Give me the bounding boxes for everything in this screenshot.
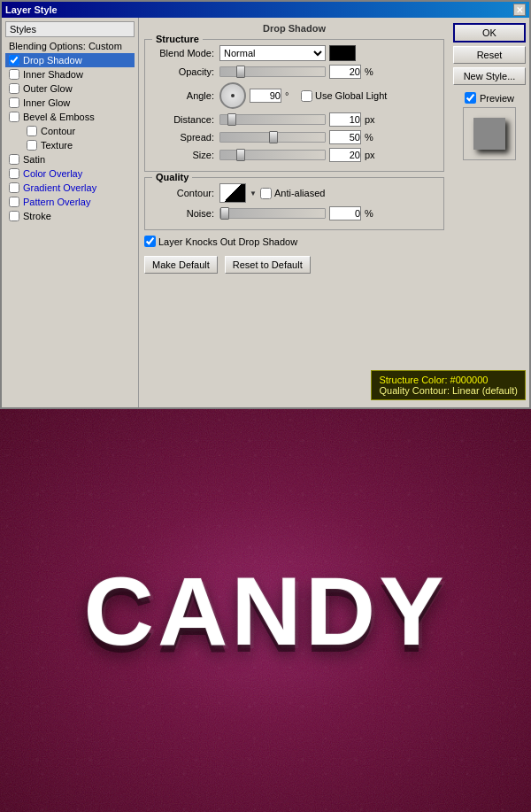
satin-item[interactable]: Satin [5,152,135,166]
layer-style-dialog: Layer Style ✕ Styles Blending Options: C… [0,0,531,409]
size-label: Size: [152,150,214,160]
bevel-emboss-item[interactable]: Bevel & Emboss [5,110,135,124]
quality-label: Quality [152,172,192,182]
drop-shadow-checkbox[interactable] [9,55,19,66]
angle-degree-symbol: ° [285,90,297,101]
outer-glow-checkbox[interactable] [9,83,19,94]
distance-label: Distance: [152,114,214,125]
panel-title: Drop Shadow [144,23,444,34]
spread-label: Spread: [152,132,214,143]
contour-row: Contour: ▼ Anti-aliased [152,183,436,203]
color-overlay-checkbox[interactable] [9,168,19,179]
stroke-checkbox[interactable] [9,211,19,221]
preview-box [463,107,516,160]
right-buttons-panel: OK Reset New Style... Preview [450,18,529,407]
dialog-title: Layer Style [5,4,58,15]
preview-label: Preview [465,92,514,104]
styles-header[interactable]: Styles [5,21,135,37]
opacity-slider-thumb[interactable] [236,66,245,78]
tooltip-line2: Quality Contour: Linear (default) [379,385,518,396]
tooltip-box: Structure Color: #000000 Quality Contour… [371,370,526,400]
noise-value-input[interactable] [329,206,361,220]
contour-controls: ▼ Anti-aliased [219,183,325,203]
angle-label: Angle: [152,90,214,101]
opacity-value-input[interactable] [329,65,361,79]
distance-slider-thumb[interactable] [227,113,236,126]
size-row: Size: px [152,148,436,162]
spread-unit: % [365,132,377,143]
bottom-buttons: Make Default Reset to Default [144,256,444,274]
opacity-slider-track[interactable] [219,66,326,77]
spread-value-input[interactable] [329,130,361,144]
layer-knocks-row: Layer Knocks Out Drop Shadow [144,236,444,247]
shadow-color-swatch[interactable] [329,45,356,61]
contour-item[interactable]: Contour [5,124,135,138]
main-content: Drop Shadow Structure Blend Mode: Normal… [139,18,450,407]
gradient-overlay-checkbox[interactable] [9,182,19,193]
distance-unit: px [365,114,377,125]
dialog-titlebar: Layer Style ✕ [2,2,529,18]
structure-label: Structure [152,34,203,44]
satin-checkbox[interactable] [9,154,19,165]
color-overlay-item[interactable]: Color Overlay [5,166,135,181]
canvas-area: CANDY [0,409,531,812]
angle-value-input[interactable] [250,89,281,103]
outer-glow-item[interactable]: Outer Glow [5,81,135,96]
bevel-emboss-checkbox[interactable] [9,112,19,122]
pattern-overlay-item[interactable]: Pattern Overlay [5,195,135,209]
contour-checkbox[interactable] [27,126,37,136]
tooltip-line1: Structure Color: #000000 [379,375,518,385]
layer-knocks-label: Layer Knocks Out Drop Shadow [144,236,297,247]
noise-label: Noise: [152,208,214,219]
layer-knocks-checkbox[interactable] [144,236,156,247]
spread-slider-track[interactable] [219,132,326,143]
opacity-label: Opacity: [152,66,214,77]
distance-slider-track[interactable] [219,114,326,125]
noise-slider-track[interactable] [219,208,326,219]
distance-row: Distance: px [152,112,436,127]
spread-slider-thumb[interactable] [269,131,278,143]
texture-item[interactable]: Texture [5,138,135,152]
distance-value-input[interactable] [329,112,361,127]
use-global-light-checkbox[interactable] [301,90,312,102]
ok-button[interactable]: OK [453,23,526,43]
pattern-overlay-checkbox[interactable] [9,197,19,207]
preview-checkbox[interactable] [465,92,476,104]
candy-text: CANDY [83,554,447,667]
dialog-body: Styles Blending Options: Custom Drop Sha… [2,18,529,407]
texture-checkbox[interactable] [27,140,37,151]
inner-glow-item[interactable]: Inner Glow [5,96,135,110]
size-unit: px [365,150,377,160]
anti-aliased-label: Anti-aliased [260,188,325,199]
inner-glow-checkbox[interactable] [9,97,19,108]
make-default-button[interactable]: Make Default [144,256,218,274]
size-slider-track[interactable] [219,150,326,160]
close-button[interactable]: ✕ [513,4,526,16]
blend-mode-label: Blend Mode: [152,48,214,58]
blending-options-item[interactable]: Blending Options: Custom [5,39,135,53]
reset-to-default-button[interactable]: Reset to Default [225,256,311,274]
left-panel: Styles Blending Options: Custom Drop Sha… [2,18,139,407]
noise-slider-thumb[interactable] [220,207,229,220]
contour-label: Contour: [152,188,214,198]
angle-center-dot [231,94,235,97]
blend-mode-row: Blend Mode: Normal Multiply Screen [152,45,436,61]
inner-shadow-item[interactable]: Inner Shadow [5,67,135,81]
blend-mode-select[interactable]: Normal Multiply Screen [219,45,326,61]
angle-dial[interactable] [219,82,246,109]
stroke-item[interactable]: Stroke [5,209,135,223]
anti-aliased-checkbox[interactable] [260,188,272,199]
opacity-slider-container: % [219,65,377,79]
inner-shadow-checkbox[interactable] [9,69,19,80]
new-style-button[interactable]: New Style... [453,67,526,85]
size-value-input[interactable] [329,148,361,162]
contour-preview[interactable] [219,183,246,203]
gradient-overlay-item[interactable]: Gradient Overlay [5,181,135,195]
reset-button[interactable]: Reset [453,46,526,64]
angle-row: Angle: ° Use Global Light [152,82,436,109]
noise-slider-container: % [219,206,377,220]
size-slider-container: px [219,148,377,162]
contour-dropdown-arrow[interactable]: ▼ [250,189,257,197]
size-slider-thumb[interactable] [236,149,245,161]
drop-shadow-item[interactable]: Drop Shadow [5,53,135,67]
